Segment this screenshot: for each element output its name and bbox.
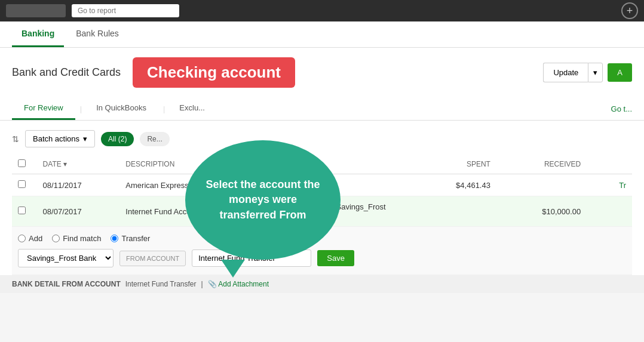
sub-tab-excluded[interactable]: Exclu... (167, 97, 217, 120)
row-spent: $4,461.43 (406, 174, 496, 196)
row-action[interactable]: Tr (587, 174, 632, 196)
bank-detail-row: BANK DETAIL FROM ACCOUNT Internet Fund T… (0, 275, 644, 293)
batch-actions-button[interactable]: Batch actions ▾ (25, 130, 95, 147)
tab-banking[interactable]: Banking (12, 21, 64, 47)
row-checkbox[interactable] (18, 207, 26, 214)
from-account-label: FROM ACCOUNT (119, 251, 186, 266)
col-header-received: RECEIVED (496, 155, 587, 174)
bank-detail-label: BANK DETAIL FROM ACCOUNT (12, 280, 121, 288)
cloud-body: Select the account the moneys were trans… (185, 140, 341, 260)
row-date: 08/07/2017 (37, 196, 120, 227)
row-spent (406, 196, 496, 227)
row-date: 08/11/2017 (37, 174, 120, 196)
account-badge: Checking account (133, 57, 295, 88)
col-header-date[interactable]: DATE ▾ (37, 155, 120, 174)
update-button[interactable]: Update (543, 63, 588, 82)
row-checkbox[interactable] (18, 180, 26, 188)
bank-detail-value: Internet Fund Transfer (125, 280, 197, 288)
add-button[interactable]: + (621, 2, 638, 19)
account-select[interactable]: Savings_Frost Bank (18, 249, 114, 267)
col-header-check (12, 155, 37, 174)
sub-tab-bar: For Review | In QuickBooks | Exclu... Go… (0, 97, 644, 121)
sort-icon[interactable]: ⇅ (12, 134, 19, 144)
header-actions: Update ▾ A (543, 63, 632, 82)
update-dropdown-button[interactable]: ▾ (588, 63, 603, 82)
page-title: Bank and Credit Cards (12, 66, 121, 79)
page-header: Bank and Credit Cards Checking account U… (0, 48, 644, 97)
tab-bank-rules[interactable]: Bank Rules (66, 21, 128, 47)
main-tab-bar: Banking Bank Rules (0, 21, 644, 48)
find-match-radio-option[interactable]: Find match (52, 234, 101, 243)
cloud-tooltip: Select the account the moneys were trans… (185, 140, 341, 278)
filter-all[interactable]: All (2) (101, 132, 134, 146)
row-received (496, 174, 587, 196)
top-bar: + (0, 0, 644, 21)
add-attachment-link[interactable]: 📎 Add Attachment (208, 280, 269, 288)
add-radio-option[interactable]: Add (18, 234, 42, 243)
app-logo (6, 4, 66, 17)
row-received: $10,000.00 (496, 196, 587, 227)
sub-tab-in-quickbooks[interactable]: In QuickBooks (84, 97, 158, 120)
add-account-button[interactable]: A (608, 63, 632, 82)
transfer-radio-option[interactable]: Transfer (111, 234, 150, 243)
sub-tab-for-review[interactable]: For Review (12, 97, 75, 120)
select-all-checkbox[interactable] (18, 159, 26, 167)
cloud-tail (221, 260, 245, 278)
row-action (587, 196, 632, 227)
col-header-spent: SPENT (406, 155, 496, 174)
bank-detail-separator: | (201, 280, 203, 288)
filter-review[interactable]: Re... (140, 132, 169, 146)
search-input[interactable] (72, 4, 179, 17)
goto-link[interactable]: Go t... (611, 104, 632, 113)
col-header-action (587, 155, 632, 174)
